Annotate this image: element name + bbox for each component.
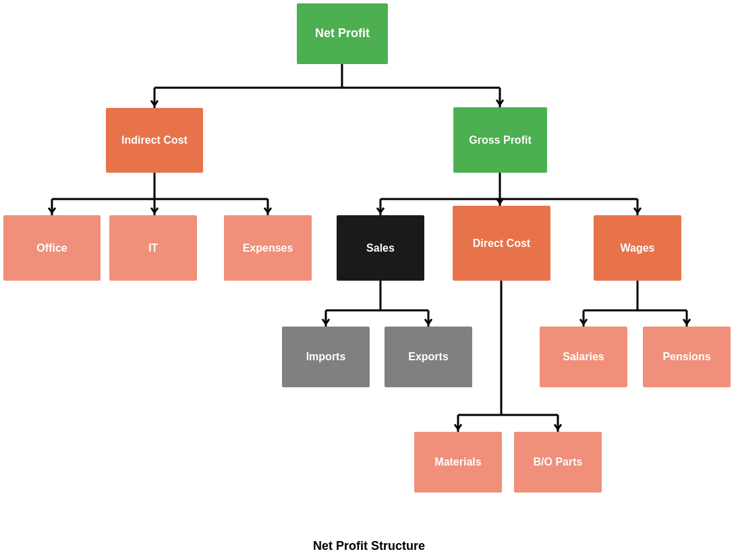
svg-line-26 (49, 208, 52, 213)
pensions-node: Pensions (643, 327, 731, 387)
diagram-title: Net Profit Structure (0, 539, 738, 553)
imports-node: Imports (282, 327, 370, 387)
svg-line-30 (264, 208, 268, 213)
materials-node: Materials (414, 432, 502, 493)
svg-line-37 (637, 208, 641, 213)
svg-line-42 (322, 319, 326, 324)
indirect-cost-node: Indirect Cost (106, 108, 203, 173)
svg-line-31 (268, 208, 271, 213)
svg-line-34 (496, 198, 500, 203)
it-node: IT (109, 215, 197, 281)
diagram-container: Net Profit Indirect Cost Gross Profit Of… (0, 0, 738, 533)
svg-line-45 (428, 319, 432, 324)
sales-node: Sales (337, 215, 424, 281)
svg-line-36 (634, 208, 637, 213)
svg-line-46 (455, 424, 458, 429)
svg-line-53 (687, 319, 690, 324)
salaries-node: Salaries (540, 327, 627, 387)
office-node: Office (3, 215, 101, 281)
expenses-node: Expenses (224, 215, 312, 281)
svg-line-52 (683, 319, 687, 324)
gross-profit-node: Gross Profit (453, 107, 547, 173)
svg-line-43 (326, 319, 329, 324)
svg-line-51 (584, 319, 587, 324)
svg-line-50 (580, 319, 584, 324)
svg-line-44 (425, 319, 428, 324)
net-profit-node: Net Profit (297, 3, 388, 64)
svg-line-48 (555, 424, 558, 429)
exports-node: Exports (385, 327, 472, 387)
svg-line-38 (151, 101, 154, 105)
svg-line-49 (558, 424, 561, 429)
svg-line-41 (500, 100, 503, 105)
svg-line-39 (154, 101, 158, 105)
svg-line-40 (496, 100, 500, 105)
svg-line-47 (458, 424, 461, 429)
svg-line-29 (154, 208, 158, 213)
svg-line-35 (500, 198, 503, 203)
svg-line-32 (377, 208, 380, 213)
svg-line-27 (52, 208, 55, 213)
bo-parts-node: B/O Parts (514, 432, 602, 493)
wages-node: Wages (594, 215, 681, 281)
svg-line-33 (380, 208, 384, 213)
direct-cost-node: Direct Cost (453, 206, 550, 281)
svg-line-28 (151, 208, 154, 213)
